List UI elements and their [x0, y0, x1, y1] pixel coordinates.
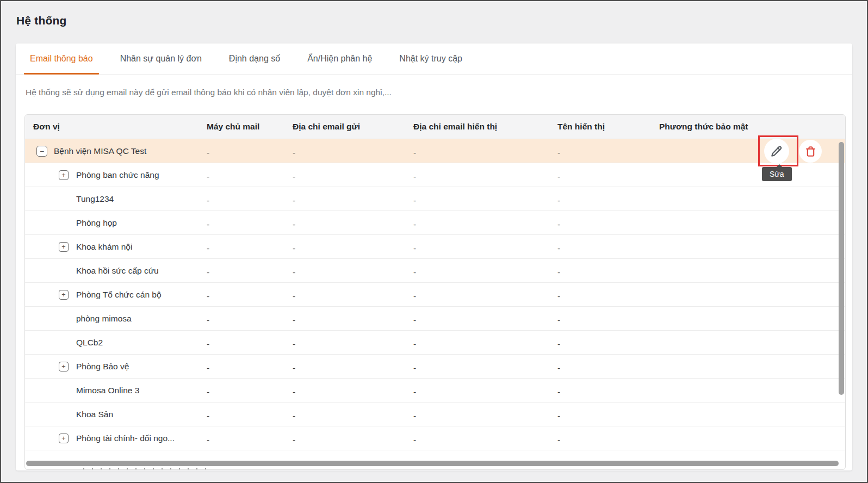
pencil-icon [771, 145, 783, 157]
unit-cell: + Khoa hồi sức cấp cứu [25, 266, 207, 276]
display-email-cell: - [413, 170, 557, 180]
tab-label: Định dạng số [229, 54, 280, 64]
tab-email-notification[interactable]: Email thông báo [24, 44, 99, 74]
unit-name-label: Phòng họp [76, 218, 117, 228]
table-row[interactable]: + Phòng ban chức năng - - - - [25, 163, 845, 187]
tab-label: Nhật ký truy cập [399, 54, 462, 64]
unit-name-label: Phòng tài chính- đối ngo... [76, 434, 175, 443]
display-name-cell: - [557, 218, 659, 228]
tab-request-managers[interactable]: Nhân sự quản lý đơn [114, 44, 208, 74]
row-actions-cell [758, 283, 845, 307]
display-name-cell: - [557, 242, 659, 252]
edit-tooltip-label: Sửa [770, 170, 784, 178]
clipped-next-row-hint [83, 468, 208, 469]
expand-toggle-icon[interactable]: + [59, 170, 69, 180]
display-email-cell: - [413, 194, 557, 204]
display-name-cell: - [557, 362, 659, 371]
unit-cell: + Mimosa Online 3 [25, 386, 207, 395]
delete-button[interactable] [799, 140, 822, 163]
unit-name-label: Khoa khám nội [76, 242, 132, 252]
display-name-cell: - [557, 266, 659, 276]
mail-server-cell: - [207, 386, 293, 395]
display-name-cell: - [557, 290, 659, 300]
table-row[interactable]: + Khoa khám nội - - - - [25, 235, 845, 259]
display-email-cell: - [413, 386, 557, 395]
expand-toggle-icon[interactable]: − [36, 146, 47, 157]
column-header: Phương thức bảo mật [659, 122, 758, 132]
table-row[interactable]: + phòng mimosa - - - - [25, 307, 845, 331]
row-actions-cell [758, 355, 845, 379]
tab-number-format[interactable]: Định dạng số [223, 44, 286, 74]
expand-toggle-icon[interactable]: + [59, 434, 69, 443]
table-row[interactable]: + Phòng tài chính- đối ngo... - - - - [25, 426, 845, 450]
mail-server-cell: - [207, 338, 293, 348]
unit-name-label: Bệnh viện MISA QC Test [54, 146, 146, 156]
unit-cell: + Phòng tài chính- đối ngo... [25, 434, 207, 443]
row-actions-cell [758, 307, 845, 331]
row-actions-cell [758, 379, 845, 403]
expand-toggle-icon[interactable]: + [59, 242, 69, 252]
table-row[interactable]: − Bệnh viện MISA QC Test - - - - Sửa [25, 139, 845, 163]
unit-cell: + Khoa Sản [25, 410, 207, 419]
display-email-cell: - [413, 338, 557, 348]
table-row[interactable]: + Phòng họp - - - - [25, 211, 845, 235]
row-actions-cell [758, 426, 845, 450]
horizontal-scrollbar-thumb[interactable] [26, 461, 839, 466]
unit-cell: + phòng mimosa [25, 314, 207, 324]
unit-cell: + Tung1234 [25, 194, 207, 204]
row-actions-cell [758, 403, 845, 426]
vertical-scrollbar-thumb[interactable] [839, 142, 844, 395]
tab-access-log[interactable]: Nhật ký truy cập [393, 44, 468, 74]
unit-cell: + Khoa khám nội [25, 242, 207, 252]
table-row[interactable]: + Tung1234 - - - - [25, 187, 845, 211]
row-actions-cell [758, 211, 845, 235]
display-name-cell: - [557, 338, 659, 348]
edit-button[interactable] [764, 139, 789, 164]
app-window: Hệ thống Email thông báoNhân sự quản lý … [0, 0, 868, 483]
display-email-cell: - [413, 266, 557, 276]
mail-server-cell: - [207, 170, 293, 180]
expand-toggle-icon[interactable]: + [59, 290, 69, 300]
unit-cell: + Phòng Tổ chức cán bộ [25, 290, 207, 300]
page-title: Hệ thống [16, 14, 67, 27]
unit-name-label: phòng mimosa [76, 314, 132, 324]
tab-bar: Email thông báoNhân sự quản lý đơnĐịnh d… [16, 44, 852, 75]
unit-name-label: Phòng Bảo vệ [76, 362, 129, 371]
mail-server-cell: - [207, 434, 293, 443]
table-row[interactable]: + QLCb2 - - - - [25, 331, 845, 355]
sender-email-cell: - [293, 194, 413, 204]
table-row[interactable]: + Mimosa Online 3 - - - - [25, 379, 845, 403]
unit-name-label: Phòng ban chức năng [76, 170, 159, 180]
table-row[interactable]: + Khoa Sản - - - - [25, 403, 845, 426]
sender-email-cell: - [293, 434, 413, 443]
column-header: Địa chỉ email hiển thị [413, 122, 557, 132]
column-header: Máy chủ mail [207, 122, 293, 132]
expand-toggle-icon[interactable]: + [59, 362, 69, 371]
unit-cell: + Phòng họp [25, 218, 207, 228]
column-header: Địa chỉ email gửi [293, 122, 413, 132]
display-email-cell: - [413, 290, 557, 300]
display-email-cell: - [413, 314, 557, 324]
table-row[interactable]: + Phòng Bảo vệ - - - - [25, 355, 845, 379]
tab-label: Nhân sự quản lý đơn [120, 54, 202, 64]
display-email-cell: - [413, 242, 557, 252]
row-actions-cell [758, 331, 845, 355]
mail-server-cell: - [207, 290, 293, 300]
row-actions-cell [758, 235, 845, 259]
tab-show-hide-modules[interactable]: Ẩn/Hiện phân hệ [301, 44, 378, 74]
display-name-cell: - [557, 386, 659, 395]
table-body: − Bệnh viện MISA QC Test - - - - Sửa [25, 139, 845, 450]
display-email-cell: - [413, 410, 557, 419]
sender-email-cell: - [293, 242, 413, 252]
table-header-row: Đơn vịMáy chủ mailĐịa chỉ email gửiĐịa c… [25, 115, 845, 139]
column-header: Đơn vị [25, 122, 207, 132]
sender-email-cell: - [293, 386, 413, 395]
unit-name-label: Mimosa Online 3 [76, 386, 139, 395]
unit-name-label: Khoa hồi sức cấp cứu [76, 266, 159, 276]
sender-email-cell: - [293, 218, 413, 228]
table-row[interactable]: + Khoa hồi sức cấp cứu - - - - [25, 259, 845, 283]
trash-icon [805, 146, 816, 157]
row-actions-cell [758, 187, 845, 211]
table-row[interactable]: + Phòng Tổ chức cán bộ - - - - [25, 283, 845, 307]
display-email-cell: - [413, 218, 557, 228]
